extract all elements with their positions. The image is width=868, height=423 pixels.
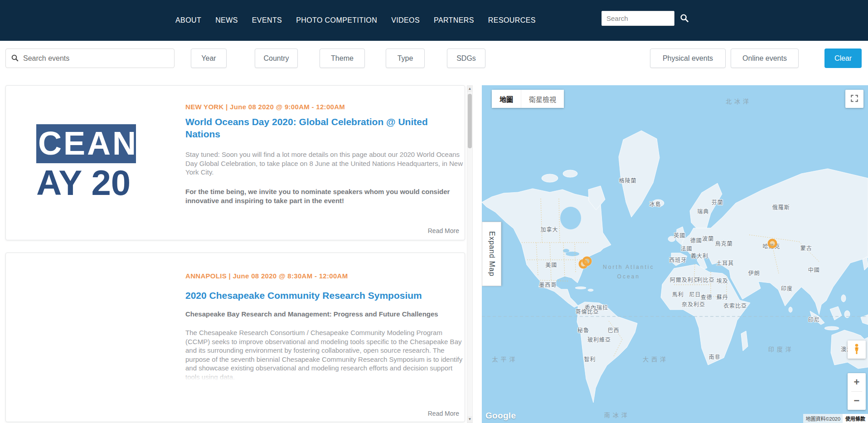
scrollbar-down-arrow[interactable]: ▼ (467, 416, 472, 423)
nav-item-photo-competition[interactable]: PHOTO COMPETITION (296, 16, 377, 24)
scrollbar-up-arrow[interactable]: ▲ (467, 86, 472, 92)
event-meta: NEW YORK | June 08 2020 @ 9:00AM - 12:00… (185, 103, 345, 111)
google-logo[interactable]: Google (485, 411, 516, 421)
nav-item-videos[interactable]: VIDEOS (391, 16, 420, 24)
madagascar (741, 331, 748, 351)
main-nav: ABOUT NEWS EVENTS PHOTO COMPETITION VIDE… (175, 0, 536, 41)
filter-sdgs-dropdown[interactable]: SDGs (447, 49, 485, 68)
hispaniola (588, 289, 593, 292)
event-map-marker[interactable] (582, 257, 592, 266)
clear-filters-button[interactable]: Clear (824, 49, 862, 68)
event-title-link[interactable]: World Oceans Day 2020: Global Celebratio… (185, 116, 451, 140)
street-view-pegman-button[interactable] (848, 340, 866, 359)
top-navbar: ABOUT NEWS EVENTS PHOTO COMPETITION VIDE… (0, 0, 868, 41)
logo-text-top: CEAN (36, 124, 136, 163)
great-lakes (566, 252, 579, 256)
event-search (5, 49, 175, 68)
borneo (830, 306, 842, 320)
arctic-island (542, 174, 558, 182)
zoom-control: + − (848, 373, 866, 410)
arctic-island (563, 170, 577, 177)
map-type-satellite-button[interactable]: 衛星檢視 (521, 90, 564, 108)
read-more-link[interactable]: Read More (428, 227, 459, 234)
iceland (652, 199, 664, 207)
zoom-out-button[interactable]: − (848, 392, 866, 410)
google-map[interactable]: 北冰洋格陵蘭冰島瑞典芬蘭俄羅斯加拿大英國德國波蘭烏克蘭法國哈薩克蒙古美國西班牙義… (482, 85, 868, 423)
search-icon (679, 18, 689, 24)
nav-item-about[interactable]: ABOUT (175, 16, 201, 24)
sulawesi (844, 311, 850, 318)
event-title-link[interactable]: 2020 Chesapeake Community Research Sympo… (185, 289, 451, 301)
read-more-link[interactable]: Read More (428, 410, 459, 417)
map-type-map-button[interactable]: 地圖 (492, 90, 521, 108)
nav-item-resources[interactable]: RESOURCES (488, 16, 536, 24)
map-attribution: 地圖資料©2020 使用條款 (803, 414, 868, 423)
header-search (601, 11, 674, 26)
zoom-in-button[interactable]: + (848, 373, 866, 391)
event-thumbnail-ocean-day-logo: CEAN AY 20 (36, 122, 136, 202)
filter-physical-events-button[interactable]: Physical events (650, 49, 726, 68)
landmass-south-america (577, 302, 637, 403)
event-description-bold: For the time being, we invite you to nom… (185, 187, 464, 205)
iberia (671, 253, 687, 266)
sumatra (810, 311, 824, 325)
terms-of-use-link[interactable]: 使用條款 (843, 414, 868, 423)
logo-text-bottom: AY 20 (36, 165, 136, 202)
cuba (575, 287, 586, 289)
filter-country-dropdown[interactable]: Country (255, 49, 298, 68)
map-data-attribution: 地圖資料©2020 (803, 414, 843, 423)
sri-lanka (789, 307, 792, 312)
fullscreen-icon (850, 94, 858, 104)
filter-theme-dropdown[interactable]: Theme (320, 49, 365, 68)
event-description: The Chesapeake Research Consortium / Che… (185, 328, 464, 381)
new-guinea (861, 315, 868, 325)
event-card: ANNAPOLIS | June 08 2020 @ 8:30AM - 12:0… (5, 253, 465, 422)
search-icon (11, 54, 19, 64)
nav-item-partners[interactable]: PARTNERS (434, 16, 474, 24)
header-search-button[interactable] (679, 13, 690, 24)
scrollbar-thumb[interactable] (468, 94, 472, 148)
world-map-graphic (482, 85, 868, 423)
hudson-bay (560, 207, 581, 229)
pegman-icon (852, 343, 862, 356)
map-type-control: 地圖 衛星檢視 (492, 90, 564, 108)
event-subtitle: Chesapeake Bay Research and Management: … (185, 310, 464, 318)
event-search-input[interactable] (5, 49, 175, 68)
fullscreen-button[interactable] (845, 90, 863, 108)
japan (863, 257, 868, 270)
event-map-marker[interactable] (767, 238, 777, 248)
event-meta: ANNAPOLIS | June 08 2020 @ 8:30AM - 12:0… (185, 272, 348, 280)
event-description: Stay tuned: Soon you will find a lot mor… (185, 150, 464, 177)
ireland (668, 236, 675, 242)
filter-year-dropdown[interactable]: Year (191, 49, 227, 68)
events-page: ABOUT NEWS EVENTS PHOTO COMPETITION VIDE… (0, 0, 868, 423)
header-search-input[interactable] (601, 11, 674, 26)
event-card: CEAN AY 20 NEW YORK | June 08 2020 @ 9:0… (5, 85, 465, 240)
philippines (841, 295, 846, 302)
nav-item-events[interactable]: EVENTS (252, 16, 282, 24)
nav-item-news[interactable]: NEWS (215, 16, 238, 24)
event-list-scrollbar[interactable]: ▲ ▼ (467, 85, 473, 423)
filter-type-dropdown[interactable]: Type (386, 49, 425, 68)
expand-map-button[interactable]: Expand Map (482, 222, 501, 286)
java (824, 326, 839, 330)
filter-online-events-button[interactable]: Online events (731, 49, 799, 68)
